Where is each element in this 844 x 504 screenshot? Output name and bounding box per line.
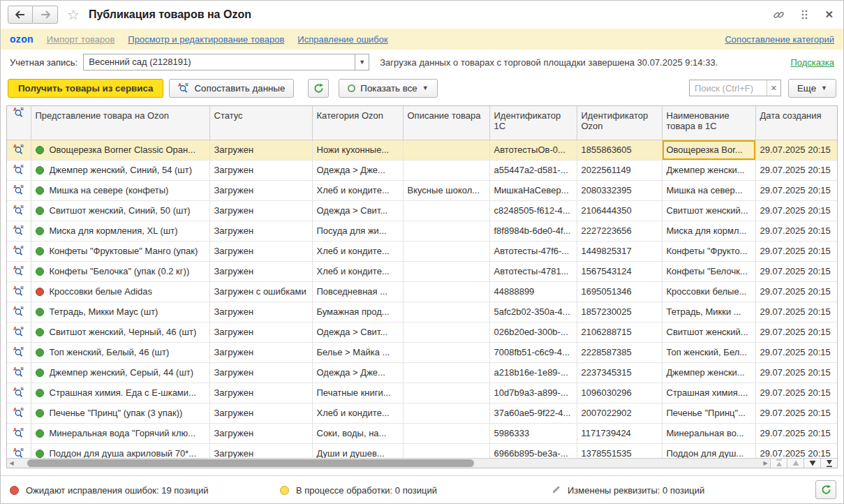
status-cell[interactable]: Загружен xyxy=(209,241,312,261)
product-name-cell[interactable]: Овощерезка Borner Classic Оран... xyxy=(31,140,209,160)
name-1c-cell[interactable]: Миска для кормл... xyxy=(662,221,755,241)
column-header[interactable]: Идентификатор 1С xyxy=(489,106,577,140)
description-cell[interactable] xyxy=(403,423,489,443)
column-header[interactable]: Описание товара xyxy=(403,106,489,140)
name-1c-cell[interactable]: Джемпер женски... xyxy=(662,160,755,180)
compare-icon[interactable]: AB xyxy=(7,241,31,261)
id-1c-cell[interactable]: АвтотестыОв-0... xyxy=(489,140,577,160)
account-combobox[interactable]: Весенний сад (2128191) ▼ xyxy=(83,54,369,71)
description-cell[interactable] xyxy=(403,221,489,241)
description-cell[interactable] xyxy=(403,241,489,261)
category-cell[interactable]: Белье > Майка ... xyxy=(312,342,403,362)
link-view-edit-products[interactable]: Просмотр и редактирование товаров xyxy=(128,34,284,45)
status-cell[interactable]: Загружен xyxy=(209,362,312,383)
id-1c-cell[interactable]: 5986333 xyxy=(489,423,577,443)
column-header[interactable]: Наименование товара в 1С xyxy=(662,106,755,140)
table-row[interactable]: ABТетрадь, Микки Маус (шт)ЗагруженБумажн… xyxy=(7,302,838,322)
account-value[interactable]: Весенний сад (2128191) xyxy=(84,54,355,70)
id-ozon-cell[interactable]: 1855863605 xyxy=(577,140,662,160)
show-all-button[interactable]: Показать все ▼ xyxy=(339,79,437,98)
category-cell[interactable]: Одежда > Дже... xyxy=(312,160,403,180)
id-1c-cell[interactable]: 10d7b9a3-a899-... xyxy=(489,383,577,403)
product-name-cell[interactable]: Конфеты "Белочка" (упак (0.2 кг)) xyxy=(31,261,209,281)
status-cell[interactable]: Загружен xyxy=(209,140,312,160)
refresh-button[interactable] xyxy=(308,79,329,98)
link-category-mapping[interactable]: Сопоставление категорий xyxy=(725,34,834,45)
description-cell[interactable] xyxy=(403,342,489,362)
created-cell[interactable]: 29.07.2025 20:15 xyxy=(755,140,838,160)
status-cell[interactable]: Загружен xyxy=(209,261,312,281)
product-name-cell[interactable]: Джемпер женский, Серый, 44 (шт) xyxy=(31,362,209,383)
compare-icon[interactable]: AB xyxy=(7,160,31,180)
get-products-button[interactable]: Получить товары из сервиса xyxy=(8,79,163,98)
name-1c-cell[interactable]: Свитшот женский... xyxy=(662,322,755,342)
id-ozon-cell[interactable]: 2228587385 xyxy=(577,342,662,362)
id-ozon-cell[interactable]: 1857230025 xyxy=(577,302,662,322)
created-cell[interactable]: 29.07.2025 20:15 xyxy=(755,281,838,302)
status-cell[interactable]: Загружен xyxy=(209,160,312,180)
match-data-button[interactable]: A B Сопоставить данные xyxy=(169,79,294,98)
id-ozon-cell[interactable]: 2106444350 xyxy=(577,200,662,221)
id-ozon-cell[interactable]: 1567543124 xyxy=(577,261,662,281)
table-row[interactable]: ABДжемпер женский, Серый, 44 (шт)Загруже… xyxy=(7,362,838,383)
table-row[interactable]: ABКонфеты "Фруктовые" Манго (упак)Загруж… xyxy=(7,241,838,261)
status-cell[interactable]: Загружен xyxy=(209,302,312,322)
column-header[interactable]: Категория Ozon xyxy=(312,106,403,140)
created-cell[interactable]: 29.07.2025 20:15 xyxy=(755,221,838,241)
column-header[interactable]: Идентификатор Ozon xyxy=(577,106,662,140)
created-cell[interactable]: 29.07.2025 20:15 xyxy=(755,241,838,261)
product-name-cell[interactable]: Миска для кормления, XL (шт) xyxy=(31,221,209,241)
scrollbar-thumb[interactable] xyxy=(27,459,474,467)
id-1c-cell[interactable]: 5afc2b02-350a-4... xyxy=(489,302,577,322)
product-name-cell[interactable]: Конфеты "Фруктовые" Манго (упак) xyxy=(31,241,209,261)
hint-link[interactable]: Подсказка xyxy=(790,57,834,68)
compare-icon[interactable]: AB xyxy=(7,322,31,342)
id-1c-cell[interactable]: f8f8984b-6de0-4f... xyxy=(489,221,577,241)
id-ozon-cell[interactable]: 2007022902 xyxy=(577,403,662,423)
name-1c-cell[interactable]: Страшная химия.... xyxy=(662,383,755,403)
id-ozon-cell[interactable]: 1695051346 xyxy=(577,281,662,302)
product-name-cell[interactable]: Топ женский, Белый, 46 (шт) xyxy=(31,342,209,362)
status-cell[interactable]: Загружен xyxy=(209,403,312,423)
table-row[interactable]: ABОвощерезка Borner Classic Оран...Загру… xyxy=(7,140,838,160)
status-cell[interactable]: Загружен xyxy=(209,180,312,200)
name-1c-cell[interactable]: Свитшот женский... xyxy=(662,200,755,221)
row-down-button[interactable] xyxy=(804,459,820,468)
category-cell[interactable]: Повседневная ... xyxy=(312,281,403,302)
id-ozon-cell[interactable]: 2237345315 xyxy=(577,362,662,383)
name-1c-cell[interactable]: Мишка на север... xyxy=(662,180,755,200)
id-1c-cell[interactable]: Автотесты-4781... xyxy=(489,261,577,281)
category-cell[interactable]: Хлеб и кондите... xyxy=(312,241,403,261)
id-ozon-cell[interactable]: 1449825317 xyxy=(577,241,662,261)
status-cell[interactable]: Загружен xyxy=(209,342,312,362)
product-name-cell[interactable]: Свитшот женский, Синий, 50 (шт) xyxy=(31,200,209,221)
compare-icon[interactable]: AB xyxy=(7,423,31,443)
compare-icon[interactable]: AB xyxy=(7,342,31,362)
compare-icon[interactable]: AB xyxy=(7,362,31,383)
description-cell[interactable] xyxy=(403,281,489,302)
product-name-cell[interactable]: Печенье "Принц" (упак (3 упак)) xyxy=(31,403,209,423)
id-1c-cell[interactable]: 026b20ed-300b-... xyxy=(489,322,577,342)
status-cell[interactable]: Загружен xyxy=(209,423,312,443)
compare-icon[interactable]: AB xyxy=(7,383,31,403)
favorite-star-icon[interactable]: ☆ xyxy=(67,8,80,22)
table-row[interactable]: ABТоп женский, Белый, 46 (шт)ЗагруженБел… xyxy=(7,342,838,362)
close-icon[interactable]: ✕ xyxy=(824,8,834,21)
id-ozon-cell[interactable]: 2227223656 xyxy=(577,221,662,241)
status-cell[interactable]: Загружен xyxy=(209,383,312,403)
table-row[interactable]: ABПеченье "Принц" (упак (3 упак))Загруже… xyxy=(7,403,838,423)
id-1c-cell[interactable]: Автотесты-47f6-... xyxy=(489,241,577,261)
table-row[interactable]: ABДжемпер женский, Синий, 54 (шт)Загруже… xyxy=(7,160,838,180)
account-dropdown-button[interactable]: ▼ xyxy=(355,54,369,70)
compare-icon[interactable]: AB xyxy=(7,140,31,160)
description-cell[interactable] xyxy=(403,160,489,180)
search-input[interactable] xyxy=(690,80,767,96)
name-1c-cell[interactable]: Тетрадь, Микки ... xyxy=(662,302,755,322)
footer-refresh-button[interactable] xyxy=(815,480,836,499)
product-name-cell[interactable]: Джемпер женский, Синий, 54 (шт) xyxy=(31,160,209,180)
table-row[interactable]: ABМиска для кормления, XL (шт)ЗагруженПо… xyxy=(7,221,838,241)
product-name-cell[interactable]: Тетрадь, Микки Маус (шт) xyxy=(31,302,209,322)
name-1c-cell[interactable]: Печенье "Принц"... xyxy=(662,403,755,423)
created-cell[interactable]: 29.07.2025 20:15 xyxy=(755,342,838,362)
category-cell[interactable]: Ножи кухонные... xyxy=(312,140,403,160)
